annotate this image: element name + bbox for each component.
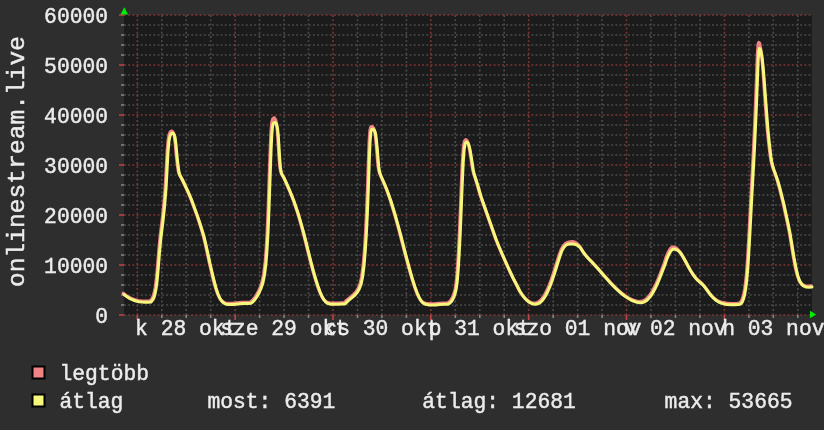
svg-text:cs 30 okt: cs 30 okt	[324, 317, 439, 341]
svg-text:átlag: átlag	[60, 390, 124, 414]
svg-text:40000: 40000	[44, 105, 108, 129]
svg-text:60000: 60000	[44, 5, 108, 29]
svg-text:átlag: 12681: átlag: 12681	[422, 390, 576, 414]
svg-text:0: 0	[95, 305, 108, 329]
svg-text:30000: 30000	[44, 155, 108, 179]
svg-text:10000: 10000	[44, 255, 108, 279]
svg-text:onlinestream.live: onlinestream.live	[4, 36, 31, 287]
svg-text:most: 6391: most: 6391	[207, 390, 335, 414]
svg-text:max: 53665: max: 53665	[665, 390, 793, 414]
svg-text:20000: 20000	[44, 205, 108, 229]
svg-text:szo 01 nov: szo 01 nov	[514, 317, 642, 341]
svg-text:50000: 50000	[44, 55, 108, 79]
svg-text:legtöbb: legtöbb	[60, 362, 150, 386]
svg-text:v 02 nov: v 02 nov	[624, 317, 727, 341]
svg-text:h 03 nov: h 03 nov	[722, 317, 824, 341]
